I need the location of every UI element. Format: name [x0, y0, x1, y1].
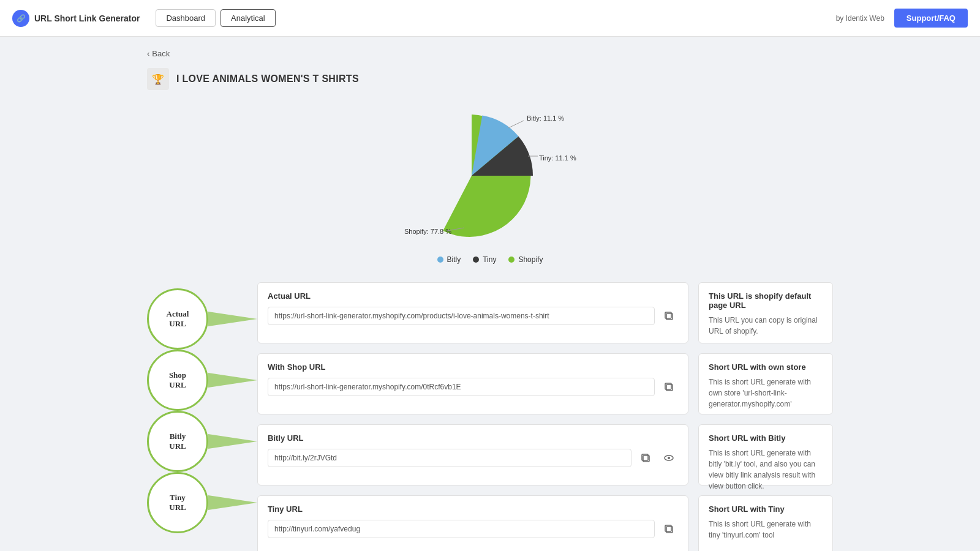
info-card-tiny: Short URL with Tiny This is short URL ge…: [698, 495, 833, 551]
shop-url-label: With Shop URL: [268, 362, 678, 372]
bitly-url-input-row: [268, 449, 678, 467]
url-row-tiny: Tiny URL Short URL with Tiny This is sho…: [257, 495, 833, 551]
legend-bitly: Bitly: [437, 255, 461, 264]
info-title-tiny: Short URL with Tiny: [709, 504, 823, 514]
info-text-shop: This is short URL generate with own stor…: [709, 377, 823, 410]
url-card-shop: With Shop URL: [257, 353, 688, 414]
page-title-row: 🏆 I LOVE ANIMALS WOMEN'S T SHIRTS: [147, 68, 833, 90]
legend-label-tiny: Tiny: [483, 255, 496, 264]
bubble-connector-bitly: [208, 434, 257, 449]
content-column: Actual URL This URL is shopify default p…: [257, 282, 833, 551]
back-chevron-icon: ‹: [147, 49, 149, 58]
support-button[interactable]: Support/FAQ: [894, 9, 968, 28]
info-text-bitly: This is short URL generate with bitly 'b…: [709, 448, 823, 492]
header-right-group: by Identix Web Support/FAQ: [836, 9, 968, 28]
copy-icon: [664, 311, 674, 321]
app-title: URL Short Link Generator: [34, 13, 140, 23]
svg-marker-2: [208, 434, 257, 449]
bubbles-column: ActualURL ShopURL BitlyURL: [147, 282, 257, 551]
bitly-url-label: Bitly URL: [268, 433, 678, 443]
svg-marker-0: [208, 312, 257, 326]
url-row-shop: With Shop URL Short URL with own store T…: [257, 353, 833, 414]
back-link[interactable]: ‹ Back: [147, 49, 833, 58]
bubble-connector-actual: [208, 312, 257, 326]
legend-label-shopify: Shopify: [518, 255, 543, 264]
bubble-tiny: TinyURL: [147, 472, 208, 533]
url-section: ActualURL ShopURL BitlyURL: [147, 282, 833, 551]
url-card-tiny: Tiny URL: [257, 495, 688, 551]
shopify-label: Shopify: 77.8 %: [404, 228, 451, 235]
bubble-connector-shop: [208, 373, 257, 388]
page-title-icon: 🏆: [147, 68, 169, 90]
shop-url-copy-button[interactable]: [660, 378, 678, 396]
tiny-url-input[interactable]: [268, 520, 655, 538]
page-title: I LOVE ANIMALS WOMEN'S T SHIRTS: [176, 73, 359, 84]
logo-icon: 🔗: [12, 10, 29, 27]
actual-url-label: Actual URL: [268, 291, 678, 301]
info-card-bitly: Short URL with Bitly This is short URL g…: [698, 424, 833, 485]
info-title-actual: This URL is shopify default page URL: [709, 291, 823, 310]
actual-url-input[interactable]: [268, 307, 655, 325]
bitly-url-view-button[interactable]: [660, 449, 678, 467]
actual-url-input-row: [268, 307, 678, 325]
chart-wrapper: Bitly: 11.1 % Tiny: 11.1 % Shopify: 77.8…: [361, 102, 619, 264]
bubble-wrapper-actual: ActualURL: [147, 288, 257, 350]
copy-icon: [664, 524, 674, 534]
bitly-label-line: [508, 121, 524, 128]
legend-shopify: Shopify: [508, 255, 543, 264]
back-label: Back: [152, 49, 170, 58]
url-card-actual: Actual URL: [257, 282, 688, 343]
bubble-wrapper-shop: ShopURL: [147, 350, 257, 411]
header: 🔗 URL Short Link Generator Dashboard Ana…: [0, 0, 980, 37]
svg-marker-3: [208, 495, 257, 510]
legend-dot-tiny: [473, 257, 479, 263]
copy-icon: [641, 453, 650, 463]
bubble-wrapper-tiny: TinyURL: [147, 472, 257, 533]
copy-icon: [664, 382, 674, 392]
bubble-connector-tiny: [208, 495, 257, 510]
legend-tiny: Tiny: [473, 255, 496, 264]
url-row-bitly: Bitly URL Short URL with Bitly This is s…: [257, 424, 833, 485]
info-title-bitly: Short URL with Bitly: [709, 433, 823, 443]
url-card-bitly: Bitly URL: [257, 424, 688, 485]
main-content: ‹ Back 🏆 I LOVE ANIMALS WOMEN'S T SHIRTS: [123, 37, 858, 551]
bitly-label: Bitly: 11.1 %: [527, 114, 564, 122]
by-text: by Identix Web: [836, 14, 884, 23]
bitly-url-input[interactable]: [268, 449, 631, 467]
legend-dot-shopify: [508, 257, 514, 263]
info-card-actual: This URL is shopify default page URL Thi…: [698, 282, 833, 343]
bubble-actual: ActualURL: [147, 288, 208, 350]
svg-marker-1: [208, 373, 257, 388]
shop-url-input-row: [268, 378, 678, 396]
tiny-url-input-row: [268, 520, 678, 538]
tiny-url-copy-button[interactable]: [660, 520, 678, 538]
tiny-url-label: Tiny URL: [268, 504, 678, 514]
legend-label-bitly: Bitly: [447, 255, 461, 264]
legend-dot-bitly: [437, 257, 443, 263]
bitly-url-copy-button[interactable]: [636, 449, 655, 467]
chart-area: Bitly: 11.1 % Tiny: 11.1 % Shopify: 77.8…: [147, 102, 833, 264]
tiny-label: Tiny: 11.1 %: [539, 154, 576, 162]
pie-chart: Bitly: 11.1 % Tiny: 11.1 % Shopify: 77.8…: [374, 102, 606, 249]
svg-point-11: [668, 457, 670, 459]
bubble-wrapper-bitly: BitlyURL: [147, 411, 257, 472]
header-left: 🔗 URL Short Link Generator Dashboard Ana…: [12, 9, 276, 27]
url-row-actual: Actual URL This URL is shopify default p…: [257, 282, 833, 343]
analytical-button[interactable]: Analytical: [221, 9, 276, 27]
shop-url-input[interactable]: [268, 378, 655, 396]
actual-url-copy-button[interactable]: [660, 307, 678, 325]
chart-legend: Bitly Tiny Shopify: [361, 255, 619, 264]
info-text-tiny: This is short URL generate with tiny 'ti…: [709, 519, 823, 541]
info-card-shop: Short URL with own store This is short U…: [698, 353, 833, 414]
bubble-shop: ShopURL: [147, 350, 208, 411]
bubble-bitly: BitlyURL: [147, 411, 208, 472]
eye-icon: [664, 453, 674, 463]
info-text-actual: This URL you can copy is original URL of…: [709, 315, 823, 337]
info-title-shop: Short URL with own store: [709, 362, 823, 372]
dashboard-button[interactable]: Dashboard: [156, 9, 216, 27]
logo-area: 🔗 URL Short Link Generator: [12, 10, 140, 27]
nav-buttons: Dashboard Analytical: [156, 9, 275, 27]
